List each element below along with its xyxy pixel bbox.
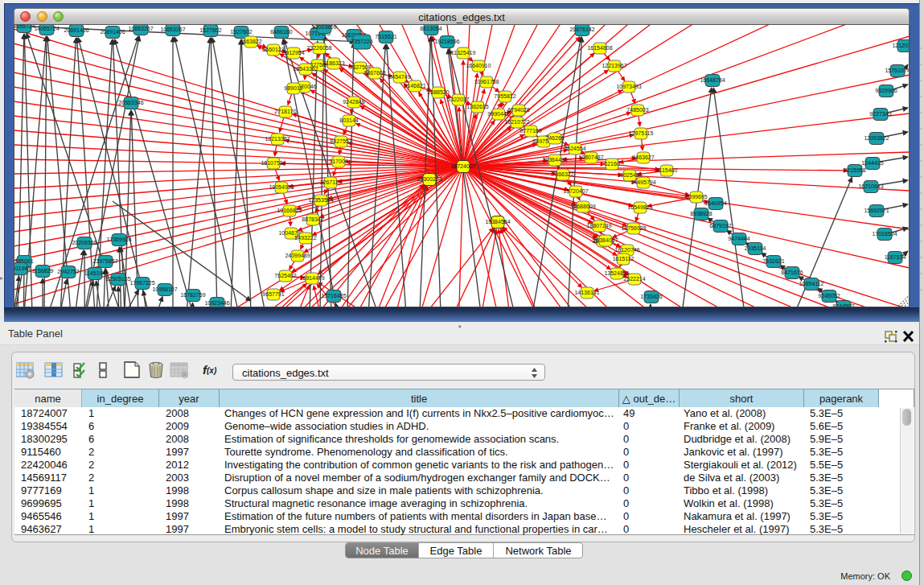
svg-text:8215958: 8215958 bbox=[844, 167, 865, 173]
svg-text:1244415: 1244415 bbox=[861, 160, 883, 166]
svg-text:10973493: 10973493 bbox=[616, 84, 641, 89]
svg-text:9327508: 9327508 bbox=[349, 64, 371, 70]
svg-text:23226058: 23226058 bbox=[306, 45, 331, 51]
svg-text:9657791: 9657791 bbox=[262, 291, 284, 297]
svg-text:10958107: 10958107 bbox=[152, 286, 177, 292]
svg-text:10653267: 10653267 bbox=[160, 27, 185, 32]
svg-text:24099489: 24099489 bbox=[285, 253, 310, 258]
svg-text:12120333: 12120333 bbox=[892, 43, 910, 48]
svg-text:2867608: 2867608 bbox=[363, 70, 385, 76]
svg-text:1615112: 1615112 bbox=[613, 256, 634, 262]
svg-text:23975857: 23975857 bbox=[92, 258, 117, 264]
svg-text:9245052: 9245052 bbox=[818, 293, 840, 299]
svg-text:16914479: 16914479 bbox=[299, 275, 324, 281]
svg-text:20206565: 20206565 bbox=[72, 240, 97, 245]
svg-text:7485003: 7485003 bbox=[626, 107, 648, 113]
svg-text:1527602: 1527602 bbox=[230, 29, 252, 35]
svg-text:6099695: 6099695 bbox=[685, 194, 707, 200]
svg-text:16154808: 16154808 bbox=[587, 45, 612, 51]
svg-text:10033809: 10033809 bbox=[311, 25, 336, 30]
svg-text:17359924: 17359924 bbox=[106, 237, 131, 242]
svg-text:(x): (x) bbox=[207, 366, 217, 375]
svg-text:15692971: 15692971 bbox=[864, 208, 889, 213]
svg-text:1733426: 1733426 bbox=[640, 294, 662, 299]
svg-text:8427552: 8427552 bbox=[330, 138, 351, 144]
svg-text:16120746: 16120746 bbox=[614, 247, 639, 253]
svg-text:16210722: 16210722 bbox=[504, 119, 529, 125]
svg-text:10654112: 10654112 bbox=[799, 281, 824, 286]
svg-text:2718170: 2718170 bbox=[274, 109, 296, 114]
svg-text:20384067: 20384067 bbox=[593, 237, 618, 243]
svg-text:18756928: 18756928 bbox=[621, 225, 646, 231]
svg-text:20691406: 20691406 bbox=[100, 29, 125, 35]
svg-text:7515521: 7515521 bbox=[375, 34, 396, 39]
svg-text:9990448: 9990448 bbox=[487, 111, 509, 117]
svg-text:317004: 317004 bbox=[329, 159, 347, 164]
svg-text:20691406: 20691406 bbox=[64, 27, 88, 33]
svg-text:19218596: 19218596 bbox=[434, 39, 459, 44]
svg-text:3912954: 3912954 bbox=[282, 50, 304, 56]
svg-text:9115460: 9115460 bbox=[656, 167, 678, 173]
svg-text:14136141: 14136141 bbox=[574, 290, 599, 295]
svg-text:20553346: 20553346 bbox=[118, 100, 143, 105]
svg-text:1167534: 1167534 bbox=[885, 254, 906, 260]
svg-text:25300273: 25300273 bbox=[417, 176, 441, 182]
svg-text:3267110: 3267110 bbox=[320, 179, 342, 185]
svg-text:15716485: 15716485 bbox=[321, 293, 346, 299]
svg-text:11325419: 11325419 bbox=[451, 50, 476, 56]
svg-text:2935114: 2935114 bbox=[745, 245, 766, 251]
svg-text:9777169: 9777169 bbox=[519, 128, 541, 134]
svg-text:16782759: 16782759 bbox=[180, 292, 205, 298]
svg-text:9242848: 9242848 bbox=[343, 99, 364, 105]
svg-text:16543362: 16543362 bbox=[293, 66, 318, 72]
svg-text:8878342: 8878342 bbox=[302, 216, 323, 222]
svg-text:9329966: 9329966 bbox=[875, 88, 897, 93]
svg-text:19166822: 19166822 bbox=[277, 208, 302, 213]
svg-text:9474444: 9474444 bbox=[728, 236, 749, 241]
svg-text:803144: 803144 bbox=[339, 117, 358, 123]
svg-text:10961758: 10961758 bbox=[474, 79, 499, 84]
svg-text:8938928: 8938928 bbox=[690, 211, 712, 216]
svg-text:5322037: 5322037 bbox=[447, 97, 469, 102]
svg-text:17016504: 17016504 bbox=[872, 231, 897, 237]
svg-text:16210643: 16210643 bbox=[858, 183, 883, 189]
svg-text:14055724: 14055724 bbox=[34, 26, 59, 31]
svg-text:12975115: 12975115 bbox=[629, 130, 654, 136]
svg-text:15751074: 15751074 bbox=[885, 68, 910, 73]
svg-text:12213382: 12213382 bbox=[265, 136, 290, 142]
svg-text:6879197: 6879197 bbox=[709, 223, 731, 229]
svg-text:12093822: 12093822 bbox=[864, 135, 889, 141]
svg-text:16648784: 16648784 bbox=[700, 77, 725, 83]
svg-text:20364436: 20364436 bbox=[542, 157, 567, 163]
svg-text:7866322: 7866322 bbox=[552, 171, 573, 177]
svg-text:12505135: 12505135 bbox=[105, 276, 130, 282]
svg-text:10688609: 10688609 bbox=[570, 204, 595, 209]
svg-text:3911941: 3911941 bbox=[14, 266, 31, 271]
svg-text:6466160: 6466160 bbox=[270, 29, 292, 35]
svg-text:1527602: 1527602 bbox=[199, 27, 221, 33]
svg-text:8186323: 8186323 bbox=[322, 60, 344, 66]
svg-text:16640910: 16640910 bbox=[466, 63, 491, 68]
svg-text:2588520: 2588520 bbox=[427, 89, 449, 95]
svg-text:20876142: 20876142 bbox=[569, 27, 594, 32]
svg-text:7632621: 7632621 bbox=[762, 258, 784, 264]
svg-text:8813054: 8813054 bbox=[420, 26, 441, 31]
svg-text:19054933: 19054933 bbox=[269, 184, 294, 190]
svg-text:989012: 989012 bbox=[284, 85, 302, 91]
svg-text:12213967: 12213967 bbox=[602, 63, 626, 68]
svg-text:15720407: 15720407 bbox=[563, 188, 588, 194]
svg-text:7357224: 7357224 bbox=[351, 39, 372, 44]
svg-text:8660123: 8660123 bbox=[262, 47, 284, 52]
svg-text:5493222: 5493222 bbox=[294, 235, 316, 241]
svg-text:9463627: 9463627 bbox=[632, 154, 654, 160]
svg-text:6794028: 6794028 bbox=[507, 107, 529, 113]
svg-text:7955812: 7955812 bbox=[494, 93, 515, 99]
svg-text:9244502: 9244502 bbox=[832, 303, 854, 307]
svg-text:8471676: 8471676 bbox=[781, 270, 803, 275]
svg-text:18107534: 18107534 bbox=[261, 160, 285, 166]
svg-text:8454749: 8454749 bbox=[388, 74, 410, 80]
svg-text:1145194: 1145194 bbox=[84, 270, 106, 276]
svg-text:13524851: 13524851 bbox=[604, 270, 629, 276]
svg-text:1362615: 1362615 bbox=[466, 104, 488, 109]
svg-text:7625402: 7625402 bbox=[274, 273, 296, 278]
